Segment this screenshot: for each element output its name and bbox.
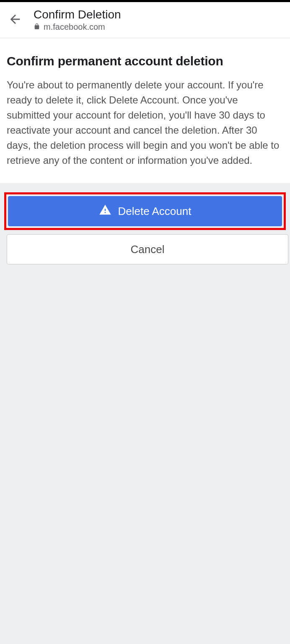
- delete-account-button[interactable]: Delete Account: [8, 196, 282, 226]
- annotation-highlight: Delete Account: [4, 192, 286, 230]
- url-text: m.facebook.com: [44, 22, 105, 32]
- button-area: Delete Account Cancel: [0, 183, 290, 274]
- page-heading: Confirm permanent account deletion: [7, 54, 283, 68]
- cancel-button-label: Cancel: [131, 243, 165, 256]
- back-button[interactable]: [7, 12, 23, 28]
- url-display: m.facebook.com: [34, 22, 121, 32]
- back-arrow-icon: [8, 12, 22, 28]
- page-description: You're about to permanently delete your …: [7, 78, 283, 168]
- lock-icon: [34, 22, 40, 32]
- warning-icon: [99, 204, 111, 219]
- delete-button-label: Delete Account: [118, 205, 192, 218]
- browser-header: Confirm Deletion m.facebook.com: [0, 2, 290, 38]
- main-content: Confirm permanent account deletion You'r…: [0, 38, 290, 183]
- page-title: Confirm Deletion: [34, 8, 121, 21]
- cancel-button[interactable]: Cancel: [7, 234, 288, 264]
